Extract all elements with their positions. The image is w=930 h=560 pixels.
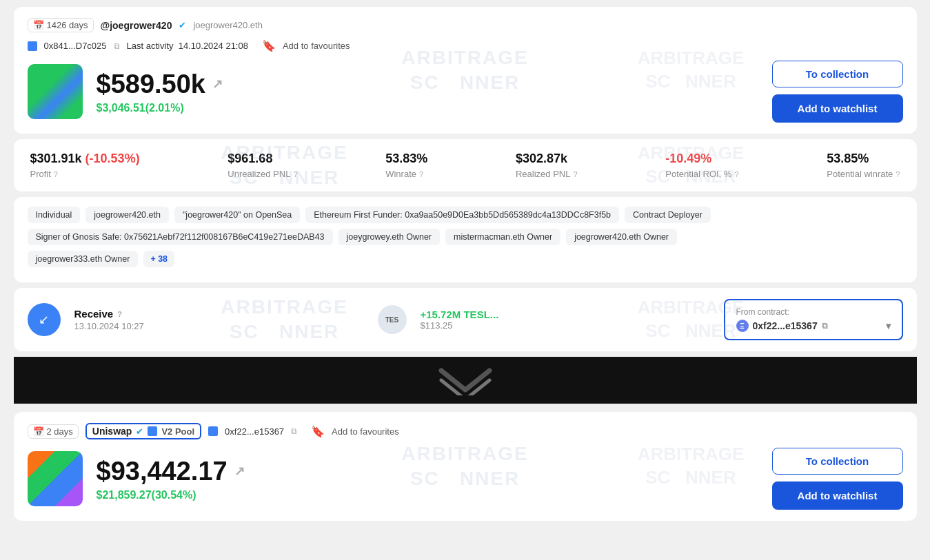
unrealized-value: $961.68 bbox=[228, 152, 297, 166]
tags-row-3: joegrower333.eth Owner + 38 bbox=[28, 251, 903, 267]
card2-header: 📅 2 days Uniswap ✔ V2 Pool 0xf22...e1536… bbox=[28, 423, 903, 439]
roi-help-icon[interactable]: ? bbox=[734, 170, 738, 178]
share-icon-1[interactable]: ↗ bbox=[212, 76, 223, 92]
protocol-name: Uniswap bbox=[92, 426, 132, 437]
price-main-1: $589.50k ↗ bbox=[97, 70, 758, 99]
tags-row-2: Signer of Gnosis Safe: 0x75621Aebf72f112… bbox=[28, 229, 903, 245]
avatar-2 bbox=[28, 451, 83, 506]
bookmark-icon-1: 🔖 bbox=[262, 39, 276, 52]
card1-row2: 0x841...D7c025 ⧉ Last activity 14.10.202… bbox=[28, 39, 903, 52]
copy-icon-1[interactable]: ⧉ bbox=[114, 41, 120, 51]
black-bar bbox=[14, 357, 917, 404]
username-1: @joegrower420 bbox=[101, 20, 172, 31]
realized-label: Realized PNL ? bbox=[516, 169, 578, 179]
stat-profit: $301.91k (-10.53%) Profit ? bbox=[30, 152, 140, 179]
days-count-1: 1426 days bbox=[47, 20, 88, 30]
address-square-2b bbox=[208, 426, 218, 436]
tags-card: Individual joegrower420.eth "joegrower42… bbox=[14, 197, 917, 282]
to-collection-btn-1[interactable]: To collection bbox=[772, 61, 903, 87]
card1-buttons: To collection Add to watchlist bbox=[772, 61, 903, 123]
calendar-icon-2: 📅 bbox=[33, 426, 44, 437]
share-icon-2[interactable]: ↗ bbox=[234, 464, 245, 479]
tx-info: Receive ? 13.10.2024 10:27 bbox=[74, 308, 364, 331]
avatar-1 bbox=[28, 64, 83, 119]
stat-realized: $302.87k Realized PNL ? bbox=[516, 152, 578, 179]
from-contract-box: From contract: Ξ 0xf22...e15367 ⧉ ▾ bbox=[724, 299, 903, 340]
verified-icon-1: ✔ bbox=[179, 20, 186, 30]
contract-dropdown-icon[interactable]: ▾ bbox=[886, 320, 891, 331]
days-badge-1: 📅 1426 days bbox=[28, 18, 94, 32]
unrealized-label: Unrealized PNL ? bbox=[228, 169, 297, 179]
last-activity-label-1: Last activity 14.10.2024 21:08 bbox=[127, 41, 248, 51]
profit-neg: (-10.53%) bbox=[85, 152, 140, 165]
from-contract-label: From contract: bbox=[736, 307, 891, 317]
price-value-2: $93,442.17 bbox=[97, 457, 228, 486]
card1-header: 📅 1426 days @joegrower420 ✔ joegrower420… bbox=[28, 18, 903, 32]
pot-winrate-value: 53.85% bbox=[827, 152, 900, 166]
pot-winrate-help-icon[interactable]: ? bbox=[896, 170, 900, 178]
tx-amount-block: +15.72M TESL... $113.25 bbox=[421, 309, 710, 331]
last-activity-date-1: 14.10.2024 21:08 bbox=[179, 41, 248, 51]
chevron-down-icon bbox=[438, 365, 493, 395]
tag-mister: mistermacman.eth Owner bbox=[445, 229, 560, 245]
price-change-2: $21,859.27(30.54%) bbox=[97, 489, 758, 501]
wallet-card-1: ARBITRAGE SC NNER ARBITRAGE SC NNER 📅 14… bbox=[14, 7, 917, 134]
address-text-1: 0x841...D7c025 bbox=[44, 41, 107, 51]
eth-dot-icon: Ξ bbox=[736, 320, 749, 332]
pool-type: V2 Pool bbox=[161, 426, 194, 437]
address-square-1 bbox=[28, 41, 37, 51]
address-text-2: 0xf22...e15367 bbox=[225, 426, 284, 437]
tx-type: Receive ? bbox=[74, 308, 364, 320]
tx-icon: ↙ bbox=[28, 303, 61, 336]
price-block-1: $589.50k ↗ $3,046.51(2.01%) bbox=[97, 70, 758, 114]
wallet-card-2: ARBITRAGE SC NNER ARBITRAGE SC NNER 📅 2 … bbox=[14, 412, 917, 521]
profit-help-icon[interactable]: ? bbox=[54, 170, 58, 178]
winrate-help-icon[interactable]: ? bbox=[419, 170, 423, 178]
main-container: ARBITRAGE SC NNER ARBITRAGE SC NNER 📅 14… bbox=[14, 7, 917, 521]
tx-token-badge: TES bbox=[378, 305, 407, 334]
verified-icon-2: ✔ bbox=[136, 426, 143, 437]
roi-label: Potential ROI, % ? bbox=[665, 169, 738, 179]
tag-joe420: joegrower420.eth Owner bbox=[566, 229, 677, 245]
copy-icon-2[interactable]: ⧉ bbox=[291, 426, 297, 436]
tx-date: 13.10.2024 10:27 bbox=[74, 321, 364, 331]
stat-winrate: 53.83% Winrate ? bbox=[385, 152, 427, 179]
eth-name-1: joegrower420.eth bbox=[193, 20, 262, 30]
unrealized-help-icon[interactable]: ? bbox=[293, 170, 297, 178]
tag-opensea: "joegrower420" on OpenSea bbox=[174, 207, 300, 223]
price-block-2: $93,442.17 ↗ $21,859.27(30.54%) bbox=[97, 457, 758, 501]
profit-label: Profit ? bbox=[30, 169, 140, 179]
tx-card: ARBITRAGE SC NNER ARBITRAGE SC NNER ↙ Re… bbox=[14, 288, 917, 351]
tags-row-1: Individual joegrower420.eth "joegrower42… bbox=[28, 207, 903, 223]
tx-help-icon[interactable]: ? bbox=[117, 310, 122, 318]
highlight-box: Uniswap ✔ V2 Pool bbox=[85, 423, 201, 439]
bookmark-icon-2: 🔖 bbox=[311, 425, 325, 438]
contract-address: 0xf22...e15367 bbox=[753, 320, 818, 331]
tag-joe333: joegrower333.eth Owner bbox=[28, 251, 139, 267]
add-favourites-btn-1[interactable]: Add to favourites bbox=[283, 41, 350, 51]
tag-deployer: Contract Deployer bbox=[625, 207, 711, 223]
add-watchlist-btn-1[interactable]: Add to watchlist bbox=[772, 94, 903, 123]
realized-value: $302.87k bbox=[516, 152, 578, 166]
card1-main: $589.50k ↗ $3,046.51(2.01%) To collectio… bbox=[28, 61, 903, 123]
stat-unrealized: $961.68 Unrealized PNL ? bbox=[228, 152, 297, 179]
tag-eth-name: joegrower420.eth bbox=[85, 207, 169, 223]
realized-help-icon[interactable]: ? bbox=[573, 170, 577, 178]
calendar-icon: 📅 bbox=[33, 20, 44, 30]
to-collection-btn-2[interactable]: To collection bbox=[772, 448, 903, 475]
tx-amount-main: +15.72M TESL... bbox=[421, 309, 710, 320]
price-change-1: $3,046.51(2.01%) bbox=[97, 102, 758, 114]
price-value-1: $589.50k bbox=[97, 70, 206, 99]
add-favourites-btn-2[interactable]: Add to favourites bbox=[332, 426, 399, 437]
profit-value: $301.91k (-10.53%) bbox=[30, 152, 140, 166]
tag-joey: joeygrowey.eth Owner bbox=[338, 229, 440, 245]
tag-individual: Individual bbox=[28, 207, 81, 223]
copy-contract-icon[interactable]: ⧉ bbox=[822, 321, 828, 331]
card2-buttons: To collection Add to watchlist bbox=[772, 448, 903, 510]
from-contract-value: Ξ 0xf22...e15367 ⧉ ▾ bbox=[736, 320, 891, 332]
tag-plus[interactable]: + 38 bbox=[143, 251, 174, 267]
winrate-value: 53.83% bbox=[385, 152, 427, 166]
stats-card: ARBITRAGE SC NNER ARBITRAGE SC NNER $301… bbox=[14, 139, 917, 191]
add-watchlist-btn-2[interactable]: Add to watchlist bbox=[772, 481, 903, 510]
stat-roi: -10.49% Potential ROI, % ? bbox=[665, 152, 738, 179]
